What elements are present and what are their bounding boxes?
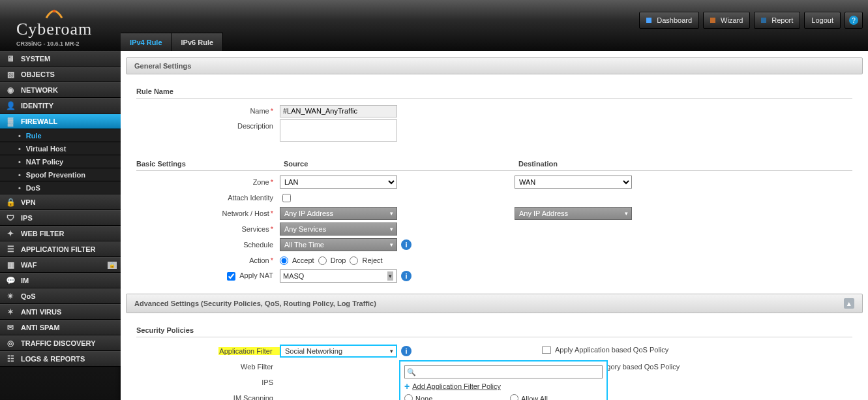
nav-network[interactable]: ◉NETWORK	[0, 82, 121, 98]
label-appfilter: Application Filter	[218, 347, 280, 355]
link-add-policy[interactable]: Add Application Filter Policy	[412, 382, 501, 390]
nav-antivirus-label: ANTI VIRUS	[21, 308, 61, 316]
nav-ips[interactable]: 🛡IPS	[0, 210, 121, 226]
multi-nethost-src[interactable]: Any IP Address	[280, 207, 397, 220]
info-nat-icon[interactable]: i	[401, 271, 412, 281]
search-icon: 🔍	[405, 368, 418, 377]
dropdown-search-input[interactable]	[418, 367, 602, 377]
nav-system[interactable]: 🖥SYSTEM	[0, 51, 121, 67]
nav-im[interactable]: 💬IM	[0, 273, 121, 288]
nav-objects[interactable]: ▧OBJECTS	[0, 67, 121, 82]
firewall-icon: ▓	[5, 116, 16, 127]
report-label: Report	[771, 16, 793, 24]
label-imscan: IM Scanning	[136, 394, 280, 400]
im-icon: 💬	[5, 275, 16, 286]
checkbox-attach-identity[interactable]	[282, 194, 291, 202]
antispam-icon: ✉	[5, 322, 16, 333]
logo-arc-icon	[44, 7, 64, 20]
nav-logs-label: LOGS & REPORTS	[21, 355, 85, 363]
select-appfilter[interactable]: Social Networking	[280, 345, 397, 358]
nav-webfilter-label: WEB FILTER	[21, 230, 64, 238]
brand-name: Cyberoam	[16, 20, 92, 39]
appfilter-dropdown: 🔍 + Add Application Filter Policy None A…	[399, 360, 608, 400]
nav-firewall[interactable]: ▓FIREWALL	[0, 114, 121, 129]
help-button[interactable]: ?	[845, 12, 863, 29]
group-secpol: Security Policies	[136, 324, 852, 337]
section-general: General Settings	[126, 57, 863, 74]
opt-none-label: None	[415, 395, 432, 401]
nav-network-label: NETWORK	[21, 86, 58, 94]
dashboard-button[interactable]: Dashboard	[639, 12, 699, 29]
nav-vpn[interactable]: 🔒VPN	[0, 194, 121, 210]
multi-services[interactable]: Any Services	[280, 223, 397, 236]
nav-webfilter[interactable]: ✦WEB FILTER	[0, 226, 121, 241]
traffic-icon: ◎	[5, 338, 16, 348]
help-icon: ?	[849, 16, 858, 25]
webfilter-icon: ✦	[5, 228, 16, 239]
nav-objects-label: OBJECTS	[21, 70, 55, 78]
waf-icon: ▦	[5, 260, 16, 270]
label-app-qos: Apply Application based QoS Policy	[555, 346, 668, 354]
nav-firewall-rule[interactable]: Rule	[0, 129, 121, 142]
section-advanced[interactable]: Advanced Settings (Security Policies, Qo…	[126, 294, 863, 313]
network-icon: ◉	[5, 85, 16, 95]
radio-accept[interactable]	[280, 256, 288, 265]
select-masq[interactable]: MASQ	[280, 269, 397, 283]
wizard-button[interactable]: Wizard	[703, 12, 750, 29]
qos-icon: ✴	[5, 291, 16, 301]
dashboard-icon	[646, 18, 651, 23]
nav-firewall-spoof[interactable]: Spoof Prevention	[0, 168, 121, 181]
nav-qos[interactable]: ✴QoS	[0, 288, 121, 304]
nav-waf[interactable]: ▦WAF🔒	[0, 257, 121, 273]
label-action: Action*	[136, 256, 280, 264]
objects-icon: ▧	[5, 69, 16, 80]
nav-logs[interactable]: ☷LOGS & REPORTS	[0, 351, 121, 367]
collapse-icon[interactable]: ▴	[844, 298, 854, 309]
multi-nethost-dst[interactable]: Any IP Address	[515, 207, 632, 220]
nav-firewall-label: FIREWALL	[21, 117, 57, 125]
dropdown-search: 🔍	[404, 365, 603, 378]
nav-antispam-label: ANTI SPAM	[21, 324, 60, 331]
nav-appfilter[interactable]: ☰APPLICATION FILTER	[0, 241, 121, 257]
tab-ipv6[interactable]: IPv6 Rule	[172, 33, 224, 52]
radio-drop[interactable]	[318, 256, 327, 265]
nav-firewall-nat[interactable]: NAT Policy	[0, 155, 121, 168]
nav-vpn-label: VPN	[21, 198, 36, 206]
select-zone-src[interactable]: LAN	[280, 176, 397, 189]
logout-button[interactable]: Logout	[804, 12, 841, 29]
nav-antispam[interactable]: ✉ANTI SPAM	[0, 320, 121, 335]
nav-traffic-label: TRAFFIC DISCOVERY	[21, 339, 96, 347]
checkbox-applynat[interactable]	[227, 272, 235, 281]
label-attach: Attach Identity	[136, 194, 280, 202]
nav-qos-label: QoS	[21, 292, 36, 300]
nav-antivirus[interactable]: ✶ANTI VIRUS	[0, 304, 121, 320]
info-schedule-icon[interactable]: i	[401, 239, 412, 250]
dashboard-label: Dashboard	[657, 16, 692, 24]
opt-allow[interactable]	[510, 394, 518, 400]
wizard-icon	[710, 18, 715, 23]
input-name[interactable]	[280, 105, 397, 117]
input-description[interactable]	[280, 119, 397, 142]
plus-icon: +	[404, 381, 410, 392]
radio-reject[interactable]	[350, 256, 358, 265]
vpn-icon: 🔒	[5, 197, 16, 208]
tab-ipv4[interactable]: IPv4 Rule	[121, 33, 172, 52]
logs-icon: ☷	[5, 354, 16, 364]
select-schedule[interactable]: All The Time	[280, 238, 397, 251]
label-services: Services*	[136, 225, 280, 233]
label-name: Name*	[136, 107, 280, 115]
heading-dest: Destination	[515, 157, 558, 170]
nav-firewall-dos[interactable]: DoS	[0, 181, 121, 194]
report-button[interactable]: Report	[754, 12, 800, 29]
svg-point-0	[53, 10, 56, 13]
nav-identity[interactable]: 👤IDENTITY	[0, 98, 121, 114]
info-appfilter-icon[interactable]: i	[401, 346, 412, 356]
nav-firewall-vhost[interactable]: Virtual Host	[0, 142, 121, 155]
nav-ips-label: IPS	[21, 214, 33, 222]
section-advanced-label: Advanced Settings (Security Policies, Qo…	[134, 300, 376, 307]
opt-none[interactable]	[404, 394, 413, 400]
nav-traffic[interactable]: ◎TRAFFIC DISCOVERY	[0, 335, 121, 351]
select-zone-dst[interactable]: WAN	[515, 176, 632, 189]
checkbox-app-qos[interactable]	[542, 346, 551, 354]
tab-bar: IPv4 Rule IPv6 Rule	[121, 33, 223, 52]
